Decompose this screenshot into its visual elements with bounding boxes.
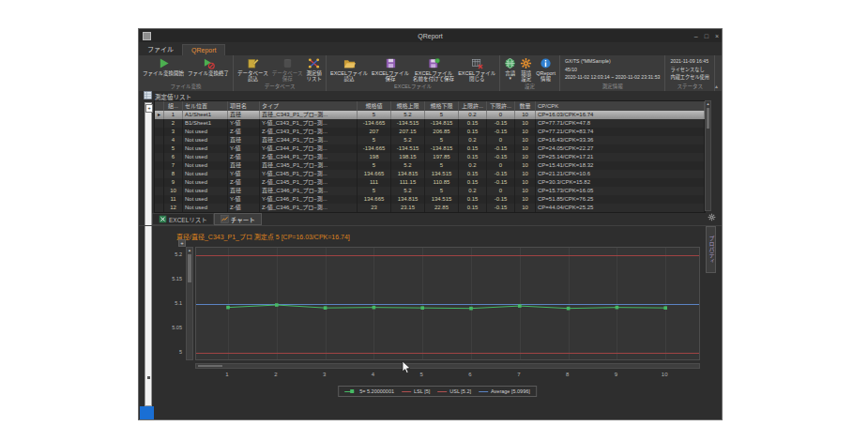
tab-file[interactable]: ファイル <box>139 42 182 55</box>
minimize-button[interactable]: – <box>694 33 698 39</box>
column-header: 規格上限 <box>391 101 425 111</box>
tab-excel-list[interactable]: EXCELリスト <box>152 213 214 225</box>
excel-open-button[interactable]: EXCELファイル 読込 <box>328 56 370 83</box>
table-row[interactable]: 3Not usedZ-値Z-値_C343_P1_プロ−測...207207.15… <box>155 128 705 136</box>
row-selector-cell: ▸ <box>155 111 164 119</box>
left-panel-scrollbar[interactable]: + <box>145 102 152 406</box>
table-cell: 5 <box>358 111 391 119</box>
table-cell: 9 <box>164 178 183 187</box>
legend-item: USL [5.2] <box>437 388 471 394</box>
info-button[interactable]: QReport 情報 <box>534 56 557 83</box>
side-tab-properties[interactable]: プロパティ <box>706 226 716 273</box>
table-row[interactable]: 11Not usedY-値Y-値_C346_P1_プロ−測...134.6651… <box>155 195 705 204</box>
table-cell: 10 <box>515 195 536 204</box>
measure-list-button[interactable]: 測定値 リスト <box>305 56 325 83</box>
ribbon-button-label: ファイル変換終了 <box>188 70 229 76</box>
expand-panel-button[interactable]: + <box>145 104 153 113</box>
table-row[interactable]: 4Not used直径直径_C344_P1_プロ−測...55.250.2010… <box>155 136 705 144</box>
table-cell: 5.2 <box>391 136 425 144</box>
table-row[interactable]: 8Not usedY-値Y-値_C345_P1_プロ−測...134.66513… <box>155 170 705 178</box>
ribbon-group-0: ファイル変換開始ファイル変換終了ファイル変換 <box>139 55 234 91</box>
table-cell: CP=51.85/CPK=76.25 <box>536 195 705 204</box>
chart-vertical-scrollbar[interactable]: ▲ <box>186 247 193 360</box>
y-axis-tick-label: 5.2 <box>160 251 182 257</box>
excel-open-icon <box>343 57 356 69</box>
excel-close-button[interactable]: EXCELファイル 閉じる <box>456 56 497 83</box>
settings-button[interactable]: 環境 設定 <box>518 56 534 83</box>
table-row[interactable]: ▸1A1/Sheet1直径直径_C343_P1_プロ−測...55.250.20… <box>155 111 705 119</box>
table-cell: 0.15 <box>459 153 487 161</box>
db-load-button[interactable]: データベース 読込 <box>236 56 270 83</box>
scroll-up-icon[interactable]: ▲ <box>187 248 192 253</box>
column-header: CP/CPK <box>536 101 705 111</box>
table-row[interactable]: 5Not usedY-値Y-値_C344_P1_プロ−測...-134.665-… <box>155 144 705 153</box>
table-cell: 0.15 <box>459 195 487 204</box>
table-scrollbar[interactable]: ▲ <box>705 100 711 211</box>
table-cell: 23 <box>358 204 391 212</box>
tab-qreport[interactable]: QReport <box>182 44 225 55</box>
column-header <box>155 101 164 111</box>
column-header: セル位置 <box>183 101 228 111</box>
table-row[interactable]: 2B1/Sheet1Y-値Y-値_C343_P1_プロ−測...-134.665… <box>155 119 705 128</box>
ribbon-collapse-icon[interactable]: ▲ <box>714 84 719 89</box>
table-cell: CP=25.14/CPK=17.21 <box>536 153 705 161</box>
end-conversion-button[interactable]: ファイル変換終了 <box>186 56 231 77</box>
column-header: 規格下限 <box>425 101 459 111</box>
scrollbar-thumb[interactable] <box>707 108 709 129</box>
table-cell: 5 <box>425 136 459 144</box>
table-row[interactable]: 9Not usedZ-値Z-値_C345_P1_プロ−測...111111.15… <box>155 178 705 187</box>
y-axis-tick-label: 5.1 <box>160 300 182 306</box>
table-cell: -134.815 <box>425 144 459 153</box>
table-cell: B1/Sheet1 <box>183 119 228 128</box>
table-cell: -134.665 <box>358 119 391 128</box>
tab-excel-list-label: EXCELリスト <box>169 215 207 224</box>
ribbon-group-3: 言語▾環境 設定QReport 情報設定 <box>500 55 560 91</box>
table-row[interactable]: 6Not usedZ-値Z-値_C344_P1_プロ−測...198198.15… <box>155 153 705 161</box>
tab-chart[interactable]: チャート <box>214 213 262 225</box>
ribbon-button-label: 環境 設定 <box>521 70 531 82</box>
chart-title: 直径/直径_C343_P1_プロ 測定点 5 [CP=16.03/CPK=16.… <box>176 232 350 241</box>
table-cell: 10 <box>515 187 536 195</box>
ribbon-group-caption: ステータス <box>667 83 712 91</box>
table-cell: 10 <box>515 111 536 119</box>
ribbon-button-label: EXCELファイル 閉じる <box>458 70 495 82</box>
scroll-up-icon[interactable]: ▲ <box>706 101 710 107</box>
table-cell: Not used <box>183 170 228 178</box>
excel-save-as-icon <box>428 57 440 69</box>
info-icon <box>540 57 552 69</box>
table-cell: CP=77.71/CPK=47.8 <box>536 119 705 128</box>
table-cell: CP=44.04/CPK=25.25 <box>536 204 705 212</box>
table-cell: 5 <box>358 136 391 144</box>
chart-zoom-reset-button[interactable]: + <box>178 239 186 247</box>
table-row[interactable]: 7Not used直径直径_C345_P1_プロ−測...55.250.2010… <box>155 161 705 170</box>
table-row[interactable]: 12Not usedZ-値Z-値_C346_P1_プロ−測...2323.152… <box>155 204 705 212</box>
chart-horizontal-scrollbar[interactable] <box>195 363 700 369</box>
measure-list-grid-icon <box>144 91 152 99</box>
table-cell: 5.2 <box>391 161 425 170</box>
table-cell: 0.2 <box>459 136 487 144</box>
table-cell: -0.15 <box>487 119 515 128</box>
ribbon-button-label: EXCELファイル 保存 <box>372 70 409 82</box>
maximize-button[interactable]: □ <box>705 33 708 39</box>
table-row[interactable]: 10Not used直径直径_C346_P1_プロ−測...55.250.201… <box>155 187 705 195</box>
table-cell: Not used <box>183 144 228 153</box>
table-cell: 0.15 <box>459 144 487 153</box>
scrollbar-thumb[interactable] <box>188 254 191 282</box>
table-cell: 111.15 <box>391 178 425 187</box>
language-icon <box>504 57 516 69</box>
scrollbar-thumb[interactable] <box>198 365 222 367</box>
chart-settings-gear-icon[interactable] <box>708 213 716 221</box>
legend-label: 5= 5.20000001 <box>359 388 394 394</box>
db-save-button[interactable]: データベース 保存 <box>270 56 305 83</box>
close-button[interactable]: × <box>715 33 719 39</box>
chart-plot-area[interactable] <box>195 247 700 360</box>
language-button[interactable]: 言語▾ <box>502 56 518 81</box>
excel-save-as-button[interactable]: EXCELファイル 名前を付けて保存 <box>411 56 456 83</box>
start-conversion-button[interactable]: ファイル変換開始 <box>141 56 186 77</box>
table-cell: 5 <box>425 111 459 119</box>
excel-save-button[interactable]: EXCELファイル 保存 <box>370 56 411 83</box>
table-cell: 10 <box>164 187 183 195</box>
title-bar[interactable]: QReport – □ × <box>139 29 722 42</box>
excel-save-icon <box>385 57 397 69</box>
table-cell: -134.815 <box>425 119 459 128</box>
